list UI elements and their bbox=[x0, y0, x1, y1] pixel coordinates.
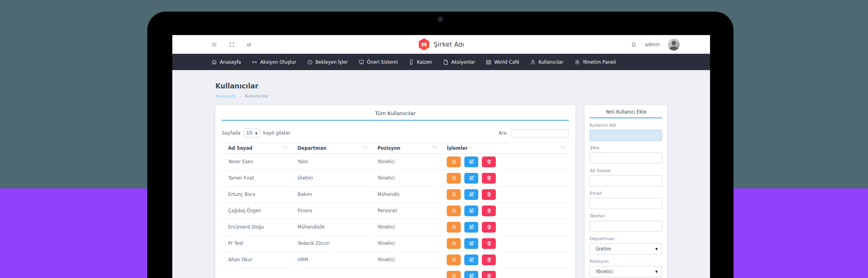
avatar[interactable] bbox=[668, 39, 680, 51]
lock-user-button[interactable] bbox=[447, 222, 461, 233]
breadcrumb-home-link[interactable]: Anasayfa bbox=[215, 94, 236, 99]
edit-user-button[interactable] bbox=[464, 173, 478, 184]
page-size-suffix: kayıt göster bbox=[263, 130, 290, 136]
field-input[interactable] bbox=[590, 130, 662, 141]
lock-user-button[interactable] bbox=[447, 173, 461, 184]
nav-item-phone[interactable]: Kaizen bbox=[408, 59, 432, 65]
bell-icon[interactable] bbox=[631, 42, 637, 47]
lock-icon bbox=[451, 273, 457, 278]
field-select[interactable]: Üretim▼ bbox=[590, 243, 662, 255]
caret-down-icon: ▼ bbox=[655, 247, 658, 251]
column-header[interactable]: Pozisyon↑↓ bbox=[371, 143, 440, 154]
trash-icon bbox=[486, 241, 492, 246]
lock-user-button[interactable] bbox=[447, 271, 461, 278]
cell-department bbox=[291, 268, 371, 278]
lock-user-button[interactable] bbox=[447, 157, 461, 167]
column-header[interactable]: Ad Soyad↑↓ bbox=[222, 143, 291, 154]
lock-user-button[interactable] bbox=[447, 255, 461, 265]
sort-icon[interactable]: ↑↓ bbox=[283, 145, 287, 149]
app-header: M Şirket Adı admin bbox=[172, 35, 710, 54]
field-select[interactable]: Yönetici▼ bbox=[590, 266, 662, 277]
delete-user-button[interactable] bbox=[482, 173, 496, 184]
table-row: Altan OkurHRMYönetici bbox=[222, 252, 569, 268]
delete-user-button[interactable] bbox=[482, 157, 496, 167]
edit-icon bbox=[469, 273, 474, 278]
delete-user-button[interactable] bbox=[482, 271, 496, 278]
app-screen: M Şirket Adı admin AnasayfaAksiyon Oluşt… bbox=[172, 35, 710, 278]
form-field: PozisyonYönetici▼ bbox=[590, 259, 662, 277]
edit-user-button[interactable] bbox=[464, 206, 478, 216]
edit-icon bbox=[469, 192, 474, 197]
page-size-select[interactable]: 10 ▲▼ bbox=[243, 129, 260, 137]
page-size-prefix: Sayfada bbox=[222, 130, 241, 136]
edit-icon bbox=[469, 208, 474, 213]
search-input[interactable] bbox=[511, 129, 569, 137]
nav-item-home[interactable]: Anasayfa bbox=[211, 59, 241, 65]
fullscreen-icon[interactable] bbox=[229, 42, 235, 47]
edit-user-button[interactable] bbox=[464, 238, 478, 249]
nav-item-clock[interactable]: Bekleyen İşler bbox=[307, 59, 348, 65]
cell-position bbox=[371, 268, 440, 278]
select-value: Yönetici bbox=[596, 269, 613, 274]
field-label: Email bbox=[590, 191, 662, 196]
header-left-icons bbox=[211, 42, 252, 47]
edit-icon bbox=[469, 159, 474, 164]
cell-position: Yönetici bbox=[371, 235, 440, 252]
nav-item-arrows[interactable]: Aksiyon Oluştur bbox=[252, 59, 296, 65]
edit-user-button[interactable] bbox=[464, 255, 478, 265]
cell-name: Ertunç Bora bbox=[222, 186, 291, 203]
page-title: Kullanıcılar bbox=[215, 82, 667, 90]
nav-item-user[interactable]: Kullanıcılar bbox=[530, 59, 564, 65]
field-label: Departman bbox=[590, 236, 662, 241]
nav-item-table[interactable]: World Café bbox=[486, 59, 519, 65]
nav-item-file[interactable]: Aksiyonlar bbox=[443, 59, 475, 65]
phone-icon bbox=[408, 59, 414, 65]
edit-user-button[interactable] bbox=[464, 222, 478, 233]
cell-actions bbox=[440, 186, 569, 203]
cell-department: Tedarik Zinciri bbox=[291, 235, 371, 252]
username-label[interactable]: admin bbox=[645, 42, 660, 47]
header-right: admin bbox=[631, 39, 680, 51]
field-input[interactable] bbox=[590, 221, 662, 232]
edit-icon bbox=[469, 224, 474, 230]
lock-user-button[interactable] bbox=[447, 238, 461, 249]
delete-user-button[interactable] bbox=[482, 189, 496, 200]
delete-user-button[interactable] bbox=[482, 206, 496, 216]
menu-icon[interactable] bbox=[211, 42, 217, 47]
brand-logo-icon: M bbox=[418, 38, 430, 51]
brand[interactable]: M Şirket Adı bbox=[418, 38, 464, 51]
table-controls: Sayfada 10 ▲▼ kayıt göster Ara: bbox=[222, 129, 569, 137]
nav-item-label: Yönetim Paneli bbox=[583, 59, 616, 65]
field-label: Şifre bbox=[590, 145, 662, 151]
form-field: Email bbox=[590, 191, 662, 209]
column-label: İşlemler bbox=[447, 145, 468, 151]
delete-user-button[interactable] bbox=[482, 238, 496, 249]
column-header[interactable]: Departman↑↓ bbox=[291, 143, 371, 154]
megaphone-icon[interactable] bbox=[247, 42, 252, 47]
cell-department: Finans bbox=[291, 203, 371, 219]
trash-icon bbox=[486, 159, 492, 164]
edit-icon bbox=[469, 241, 474, 246]
lock-user-button[interactable] bbox=[447, 189, 461, 200]
cell-actions bbox=[440, 235, 569, 252]
nav-item-gear[interactable]: Yönetim Paneli bbox=[574, 59, 616, 65]
lock-user-button[interactable] bbox=[447, 206, 461, 216]
delete-user-button[interactable] bbox=[482, 255, 496, 265]
nav-item-monitor[interactable]: Öneri Sistemi bbox=[359, 59, 398, 65]
cell-actions bbox=[440, 170, 569, 186]
edit-user-button[interactable] bbox=[464, 157, 478, 167]
column-header[interactable]: İşlemler↑↓ bbox=[440, 143, 569, 154]
sort-icon[interactable]: ↑↓ bbox=[432, 145, 436, 149]
sort-icon[interactable]: ↑↓ bbox=[560, 145, 565, 149]
sort-icon[interactable]: ↑↓ bbox=[363, 145, 367, 149]
field-input[interactable] bbox=[590, 175, 662, 186]
user-icon bbox=[530, 59, 536, 65]
delete-user-button[interactable] bbox=[482, 222, 496, 233]
cell-position: Yönetici bbox=[371, 252, 440, 268]
edit-user-button[interactable] bbox=[464, 189, 478, 200]
table-icon bbox=[486, 59, 491, 65]
edit-user-button[interactable] bbox=[464, 271, 478, 278]
field-input[interactable] bbox=[590, 198, 662, 209]
home-icon bbox=[211, 59, 217, 65]
field-input[interactable] bbox=[590, 153, 662, 164]
